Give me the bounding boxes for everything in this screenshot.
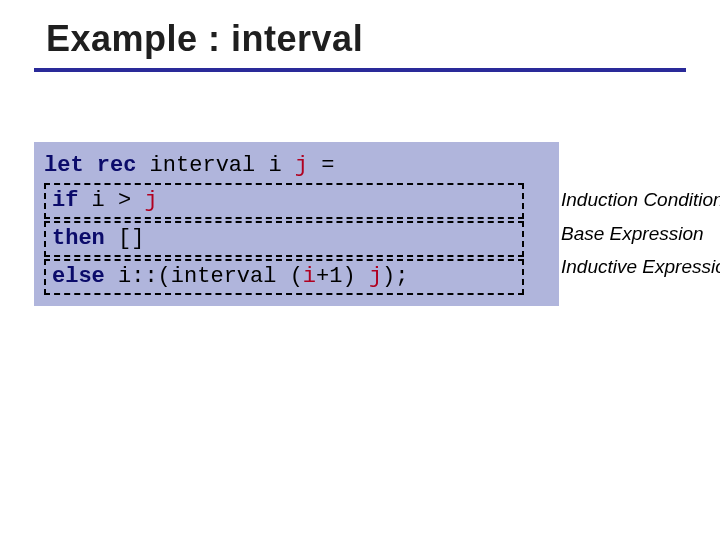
induction-condition-box: if i > j: [44, 183, 524, 219]
code-line-2-wrap: if i > j: [44, 182, 549, 220]
code-text: [84, 153, 97, 178]
content-area: let rec interval i j = if i > j then [] …: [34, 142, 686, 306]
slide-title: Example : interval: [46, 18, 686, 60]
code-text: =: [308, 153, 334, 178]
title-underline: [34, 68, 686, 72]
code-text: interval i: [136, 153, 294, 178]
code-text: +1): [316, 264, 369, 289]
annotation-inductive: Inductive Expression: [561, 253, 720, 281]
code-text: i::(interval (: [105, 264, 303, 289]
var-j: j: [144, 188, 157, 213]
annotation-base: Base Expression: [561, 220, 704, 248]
code-line-4-wrap: else i::(interval (i+1) j);: [44, 258, 549, 296]
annotation-condition: Induction Condition: [561, 186, 720, 214]
var-j: j: [369, 264, 382, 289]
code-text: []: [105, 226, 145, 251]
code-text: i >: [78, 188, 144, 213]
kw-let: let: [44, 153, 84, 178]
kw-if: if: [52, 188, 78, 213]
inductive-expression-box: else i::(interval (i+1) j);: [44, 259, 524, 295]
kw-rec: rec: [97, 153, 137, 178]
code-line-1: let rec interval i j =: [44, 150, 549, 182]
var-i: i: [303, 264, 316, 289]
var-j: j: [295, 153, 308, 178]
kw-then: then: [52, 226, 105, 251]
base-expression-box: then []: [44, 221, 524, 257]
code-text: );: [382, 264, 408, 289]
kw-else: else: [52, 264, 105, 289]
code-box: let rec interval i j = if i > j then [] …: [34, 142, 559, 306]
code-line-3-wrap: then []: [44, 220, 549, 258]
slide: Example : interval let rec interval i j …: [0, 0, 720, 540]
